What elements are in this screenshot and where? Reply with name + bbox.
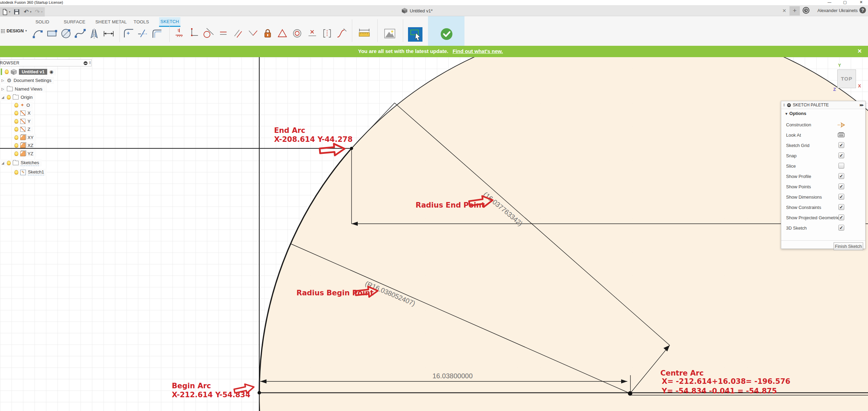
spline-tool-icon[interactable]	[74, 27, 87, 40]
tree-item-plane-yz[interactable]: YZ	[14, 150, 36, 157]
construction-icon[interactable]	[837, 122, 845, 128]
mirror-tool-icon[interactable]	[88, 27, 101, 40]
palette-row-show-constraints[interactable]: Show Constraints ✓	[781, 202, 865, 213]
snap-checkbox[interactable]: ✓	[838, 152, 844, 158]
undo-caret-icon[interactable]: ▾	[30, 10, 31, 13]
expand-expanded-icon[interactable]: ◢	[1, 95, 5, 99]
palette-options-section[interactable]: ▼ Options	[785, 111, 806, 116]
offset-tool-icon[interactable]	[151, 27, 164, 40]
tree-item-label[interactable]: Sketches	[21, 160, 39, 166]
tree-item-document[interactable]: Untitled v1 ◉	[0, 68, 56, 75]
tree-item-axis-x[interactable]: X	[14, 109, 33, 117]
browser-grip-icon[interactable]: ‖	[89, 61, 91, 65]
visibility-bulb-icon[interactable]	[14, 119, 18, 124]
palette-row-slice[interactable]: Slice	[781, 161, 865, 171]
symmetry-constraint-icon[interactable]	[276, 27, 289, 40]
browser-header[interactable]: BROWSER ‖	[0, 59, 92, 66]
symmetric-brackets-icon[interactable]	[321, 27, 333, 40]
palette-pin-icon[interactable]: ▶▶	[860, 103, 863, 107]
file-menu-caret-icon[interactable]: ▾	[9, 10, 10, 13]
palette-row-look-at[interactable]: Look At	[781, 130, 865, 140]
viewcube[interactable]: Y TOP X Z	[833, 63, 868, 95]
visibility-bulb-icon[interactable]	[14, 143, 18, 148]
rectangle-tool-icon[interactable]	[46, 27, 59, 40]
palette-row-construction[interactable]: Construction	[781, 120, 865, 130]
show-profile-checkbox[interactable]: ✓	[838, 173, 844, 179]
tangent-constraint-icon[interactable]	[202, 27, 215, 40]
maximize-button[interactable]: ▢	[840, 0, 849, 4]
close-document-tab-button[interactable]: ✕	[782, 8, 786, 13]
palette-row-snap[interactable]: Snap ✓	[781, 151, 865, 161]
visibility-bulb-icon[interactable]	[7, 95, 11, 99]
workspace-selector[interactable]: DESIGN ▾	[1, 28, 27, 33]
perpendicular-constraint-icon[interactable]	[247, 27, 259, 40]
expand-collapsed-icon[interactable]: ▷	[1, 78, 5, 82]
look-at-icon[interactable]	[837, 131, 845, 138]
expand-expanded-icon[interactable]: ◢	[1, 161, 5, 165]
tree-item-origin-point[interactable]: ✦ O	[14, 102, 33, 109]
tree-item-label[interactable]: Named Views	[15, 86, 42, 92]
visibility-bulb-icon[interactable]	[14, 127, 18, 131]
tree-item-axis-z[interactable]: Z	[14, 126, 33, 133]
document-name[interactable]: Untitled v1	[19, 69, 47, 75]
centre-arc-point[interactable]	[628, 391, 632, 396]
projected-circle[interactable]	[259, 57, 868, 411]
palette-row-show-dimensions[interactable]: Show Dimensions ✓	[781, 192, 865, 202]
viewcube-top-face[interactable]: TOP	[837, 70, 856, 88]
palette-row-show-profile[interactable]: Show Profile ✓	[781, 171, 865, 182]
palette-row-sketch-grid[interactable]: Sketch Grid ✓	[781, 140, 865, 151]
show-dimensions-checkbox[interactable]: ✓	[838, 194, 844, 200]
tree-item-sketches-folder[interactable]: ◢ Sketches	[0, 159, 42, 167]
fillet-tool-icon[interactable]	[123, 27, 135, 40]
tree-item-sketch1[interactable]: ✎ Sketch1	[14, 169, 47, 176]
user-name[interactable]: Alexander Ukrainets	[817, 8, 858, 13]
horizontal-dimension-value[interactable]: 16.03800000	[432, 372, 473, 380]
circle-tool-icon[interactable]	[60, 27, 73, 40]
palette-row-show-points[interactable]: Show Points ✓	[781, 182, 865, 192]
palette-menu-icon[interactable]	[787, 103, 791, 107]
palette-row-3d-sketch[interactable]: 3D Sketch ✓	[781, 223, 865, 233]
select-tool-icon[interactable]	[408, 27, 422, 42]
slice-checkbox[interactable]	[838, 163, 844, 169]
tree-item-label[interactable]: O	[27, 103, 30, 108]
palette-grip-icon[interactable]: ‖	[783, 103, 785, 107]
sketch-dimension-icon[interactable]	[102, 27, 115, 40]
tree-item-named-views[interactable]: ▷ Named Views	[0, 85, 45, 93]
tab-solid[interactable]: SOLID	[35, 19, 49, 24]
coincident-constraint-icon[interactable]	[188, 27, 200, 40]
finish-sketch-check-icon[interactable]	[440, 27, 453, 41]
tree-item-plane-xy[interactable]: XY	[14, 134, 36, 141]
tab-surface[interactable]: SURFACE	[64, 19, 85, 24]
trim-tool-icon[interactable]	[137, 27, 149, 40]
visibility-bulb-icon[interactable]	[14, 111, 18, 115]
visibility-bulb-icon[interactable]	[14, 170, 18, 175]
document-tab[interactable]: Untitled v1*	[401, 7, 432, 14]
palette-row-show-projected-geometries[interactable]: Show Projected Geometries ✓	[781, 213, 865, 223]
tree-item-label[interactable]: Sketch1	[28, 169, 44, 175]
new-document-tab-button[interactable]: +	[789, 6, 800, 15]
tree-item-origin[interactable]: ◢ Origin	[0, 94, 35, 101]
sketch-palette-header[interactable]: ‖ SKETCH PALETTE ▶▶	[781, 101, 865, 109]
3d-sketch-checkbox[interactable]: ✓	[838, 225, 844, 231]
finish-sketch-button[interactable]: Finish Sketch	[834, 242, 863, 250]
tree-item-axis-y[interactable]: Y	[14, 118, 33, 125]
file-icon[interactable]	[2, 9, 8, 15]
find-out-whats-new-link[interactable]: Find out what's new.	[452, 48, 503, 54]
show-projected-geometries-checkbox[interactable]: ✓	[838, 214, 844, 220]
expand-collapsed-icon[interactable]: ▷	[1, 87, 5, 91]
curvature-constraint-icon[interactable]	[336, 27, 348, 40]
activate-radio-icon[interactable]: ◉	[49, 69, 53, 74]
show-points-checkbox[interactable]: ✓	[838, 183, 844, 189]
tree-item-label[interactable]: XZ	[28, 143, 33, 148]
tree-item-label[interactable]: XY	[28, 135, 33, 140]
visibility-bulb-icon[interactable]	[14, 103, 18, 107]
save-icon[interactable]	[14, 9, 20, 15]
tree-item-document-settings[interactable]: ▷ ⚙ Document Settings	[0, 77, 54, 84]
tree-item-label[interactable]: Origin	[21, 95, 33, 100]
midpoint-constraint-icon[interactable]	[306, 27, 318, 40]
insert-image-icon[interactable]	[383, 27, 396, 40]
sketch-grid-checkbox[interactable]: ✓	[838, 142, 844, 148]
tree-item-label[interactable]: X	[28, 110, 31, 116]
measure-tool-icon[interactable]	[357, 27, 371, 40]
show-constraints-checkbox[interactable]: ✓	[838, 204, 844, 210]
